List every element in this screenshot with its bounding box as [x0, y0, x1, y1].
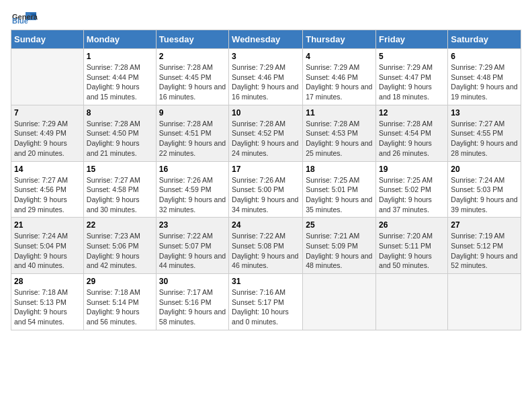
day-info: Sunrise: 7:28 AMSunset: 4:50 PMDaylight:…	[87, 119, 153, 158]
day-number: 29	[87, 277, 153, 286]
day-number: 16	[159, 165, 226, 174]
day-info: Sunrise: 7:18 AMSunset: 5:14 PMDaylight:…	[87, 287, 153, 327]
calendar-day-cell: 19Sunrise: 7:25 AMSunset: 5:02 PMDayligh…	[376, 161, 448, 218]
day-number: 1	[87, 52, 153, 61]
calendar-header-cell: Monday	[83, 30, 156, 49]
calendar-day-cell	[303, 274, 376, 330]
calendar-day-cell: 23Sunrise: 7:22 AMSunset: 5:07 PMDayligh…	[156, 218, 228, 274]
day-number: 7	[14, 108, 81, 118]
day-info: Sunrise: 7:21 AMSunset: 5:09 PMDaylight:…	[306, 231, 373, 271]
calendar-header-cell: Thursday	[303, 30, 376, 49]
calendar-week-row: 28Sunrise: 7:18 AMSunset: 5:13 PMDayligh…	[11, 274, 521, 330]
calendar-day-cell: 22Sunrise: 7:23 AMSunset: 5:06 PMDayligh…	[83, 218, 156, 274]
day-number: 31	[232, 277, 300, 286]
calendar-week-row: 14Sunrise: 7:27 AMSunset: 4:56 PMDayligh…	[11, 161, 521, 218]
page-header: General Blue	[11, 11, 521, 24]
day-info: Sunrise: 7:26 AMSunset: 5:00 PMDaylight:…	[232, 175, 300, 215]
day-info: Sunrise: 7:24 AMSunset: 5:03 PMDaylight:…	[451, 175, 518, 215]
day-number: 21	[14, 220, 81, 230]
day-info: Sunrise: 7:27 AMSunset: 4:58 PMDaylight:…	[87, 175, 153, 215]
calendar-header-row: SundayMondayTuesdayWednesdayThursdayFrid…	[11, 30, 521, 49]
calendar-day-cell	[376, 274, 448, 330]
day-number: 25	[306, 220, 373, 230]
day-info: Sunrise: 7:29 AMSunset: 4:46 PMDaylight:…	[306, 62, 373, 102]
day-info: Sunrise: 7:17 AMSunset: 5:16 PMDaylight:…	[159, 287, 226, 327]
day-number: 27	[451, 220, 518, 230]
calendar-day-cell: 18Sunrise: 7:25 AMSunset: 5:01 PMDayligh…	[303, 161, 376, 218]
day-info: Sunrise: 7:28 AMSunset: 4:52 PMDaylight:…	[232, 119, 300, 158]
calendar-table: SundayMondayTuesdayWednesdayThursdayFrid…	[11, 30, 521, 330]
calendar-body: 1Sunrise: 7:28 AMSunset: 4:44 PMDaylight…	[11, 49, 521, 330]
calendar-day-cell: 3Sunrise: 7:29 AMSunset: 4:46 PMDaylight…	[229, 49, 303, 105]
day-number: 22	[87, 220, 153, 230]
day-info: Sunrise: 7:27 AMSunset: 4:56 PMDaylight:…	[14, 175, 81, 215]
calendar-day-cell: 1Sunrise: 7:28 AMSunset: 4:44 PMDaylight…	[83, 49, 156, 105]
day-info: Sunrise: 7:20 AMSunset: 5:11 PMDaylight:…	[379, 231, 445, 271]
day-number: 24	[232, 220, 300, 230]
day-info: Sunrise: 7:29 AMSunset: 4:49 PMDaylight:…	[14, 119, 81, 158]
day-number: 3	[232, 52, 300, 61]
day-number: 13	[451, 108, 518, 118]
day-number: 4	[306, 52, 373, 61]
calendar-day-cell: 20Sunrise: 7:24 AMSunset: 5:03 PMDayligh…	[448, 161, 521, 218]
calendar-day-cell: 29Sunrise: 7:18 AMSunset: 5:14 PMDayligh…	[83, 274, 156, 330]
day-number: 5	[379, 52, 445, 61]
calendar-day-cell: 11Sunrise: 7:28 AMSunset: 4:53 PMDayligh…	[303, 105, 376, 161]
day-number: 18	[306, 165, 373, 174]
calendar-week-row: 7Sunrise: 7:29 AMSunset: 4:49 PMDaylight…	[11, 105, 521, 161]
calendar-week-row: 1Sunrise: 7:28 AMSunset: 4:44 PMDaylight…	[11, 49, 521, 105]
day-info: Sunrise: 7:16 AMSunset: 5:17 PMDaylight:…	[232, 287, 300, 327]
calendar-header-cell: Saturday	[448, 30, 521, 49]
day-info: Sunrise: 7:29 AMSunset: 4:46 PMDaylight:…	[232, 62, 300, 102]
day-info: Sunrise: 7:28 AMSunset: 4:54 PMDaylight:…	[379, 119, 445, 158]
calendar-day-cell	[11, 49, 84, 105]
calendar-day-cell: 6Sunrise: 7:29 AMSunset: 4:48 PMDaylight…	[448, 49, 521, 105]
day-info: Sunrise: 7:24 AMSunset: 5:04 PMDaylight:…	[14, 231, 81, 271]
day-number: 10	[232, 108, 300, 118]
day-number: 19	[379, 165, 445, 174]
logo: General Blue	[11, 11, 38, 24]
calendar-day-cell: 14Sunrise: 7:27 AMSunset: 4:56 PMDayligh…	[11, 161, 84, 218]
day-number: 23	[159, 220, 226, 230]
day-number: 14	[14, 165, 81, 174]
day-number: 20	[451, 165, 518, 174]
calendar-day-cell: 28Sunrise: 7:18 AMSunset: 5:13 PMDayligh…	[11, 274, 84, 330]
svg-text:Blue: Blue	[12, 17, 28, 24]
day-info: Sunrise: 7:18 AMSunset: 5:13 PMDaylight:…	[14, 287, 81, 327]
calendar-day-cell: 13Sunrise: 7:27 AMSunset: 4:55 PMDayligh…	[448, 105, 521, 161]
calendar-header-cell: Friday	[376, 30, 448, 49]
day-info: Sunrise: 7:22 AMSunset: 5:08 PMDaylight:…	[232, 231, 300, 271]
calendar-day-cell: 15Sunrise: 7:27 AMSunset: 4:58 PMDayligh…	[83, 161, 156, 218]
calendar-day-cell: 7Sunrise: 7:29 AMSunset: 4:49 PMDaylight…	[11, 105, 84, 161]
day-info: Sunrise: 7:27 AMSunset: 4:55 PMDaylight:…	[451, 119, 518, 158]
day-number: 15	[87, 165, 153, 174]
calendar-header-cell: Tuesday	[156, 30, 228, 49]
calendar-header-cell: Wednesday	[229, 30, 303, 49]
day-info: Sunrise: 7:22 AMSunset: 5:07 PMDaylight:…	[159, 231, 226, 271]
calendar-day-cell: 30Sunrise: 7:17 AMSunset: 5:16 PMDayligh…	[156, 274, 228, 330]
day-number: 26	[379, 220, 445, 230]
calendar-week-row: 21Sunrise: 7:24 AMSunset: 5:04 PMDayligh…	[11, 218, 521, 274]
calendar-day-cell: 10Sunrise: 7:28 AMSunset: 4:52 PMDayligh…	[229, 105, 303, 161]
calendar-day-cell: 25Sunrise: 7:21 AMSunset: 5:09 PMDayligh…	[303, 218, 376, 274]
calendar-day-cell: 2Sunrise: 7:28 AMSunset: 4:45 PMDaylight…	[156, 49, 228, 105]
calendar-day-cell: 31Sunrise: 7:16 AMSunset: 5:17 PMDayligh…	[229, 274, 303, 330]
day-info: Sunrise: 7:23 AMSunset: 5:06 PMDaylight:…	[87, 231, 153, 271]
day-number: 9	[159, 108, 226, 118]
day-info: Sunrise: 7:28 AMSunset: 4:44 PMDaylight:…	[87, 62, 153, 102]
calendar-day-cell: 16Sunrise: 7:26 AMSunset: 4:59 PMDayligh…	[156, 161, 228, 218]
day-number: 17	[232, 165, 300, 174]
calendar-day-cell: 12Sunrise: 7:28 AMSunset: 4:54 PMDayligh…	[376, 105, 448, 161]
calendar-day-cell: 9Sunrise: 7:28 AMSunset: 4:51 PMDaylight…	[156, 105, 228, 161]
calendar-day-cell: 21Sunrise: 7:24 AMSunset: 5:04 PMDayligh…	[11, 218, 84, 274]
calendar-day-cell: 24Sunrise: 7:22 AMSunset: 5:08 PMDayligh…	[229, 218, 303, 274]
day-number: 8	[87, 108, 153, 118]
day-number: 11	[306, 108, 373, 118]
calendar-day-cell	[448, 274, 521, 330]
day-info: Sunrise: 7:25 AMSunset: 5:01 PMDaylight:…	[306, 175, 373, 215]
calendar-header-cell: Sunday	[11, 30, 84, 49]
day-number: 6	[451, 52, 518, 61]
day-number: 2	[159, 52, 226, 61]
day-number: 30	[159, 277, 226, 286]
day-info: Sunrise: 7:28 AMSunset: 4:45 PMDaylight:…	[159, 62, 226, 102]
